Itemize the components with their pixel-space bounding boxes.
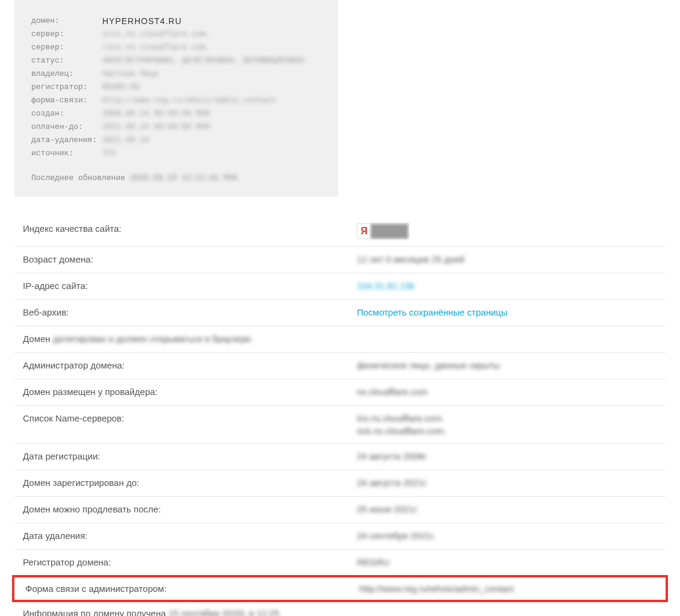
- whois-last-update: Последнее обновление 2020.09.15 12:21:01…: [31, 173, 321, 182]
- whois-row: сервер:rick.ns.cloudflare.com.: [31, 41, 321, 54]
- whois-value: rick.ns.cloudflare.com.: [102, 41, 210, 54]
- info-row: Регистратор домена:REGRU: [14, 550, 666, 576]
- info-value: REGRU: [357, 557, 389, 567]
- info-row: IP-адрес сайта:104.31.82.136: [14, 273, 666, 300]
- whois-label: форма-связи:: [31, 94, 102, 107]
- whois-block: домен:HYPERHOST4.RUсервер:iris.ns.cloudf…: [14, 0, 338, 197]
- whois-value: REGRU-RU: [102, 81, 140, 94]
- info-row: Индекс качества сайта:Я: [14, 216, 666, 247]
- info-row: Домен зарегистрирован до:24 августа 2021…: [14, 470, 666, 497]
- whois-value: 2021.09.24: [102, 134, 149, 147]
- whois-value: iris.ns.cloudflare.com.: [102, 28, 210, 41]
- info-row: Дата регистрации:24 августа 2008г.: [14, 444, 666, 470]
- info-label: Возраст домена:: [23, 254, 357, 264]
- whois-label: статус:: [31, 54, 102, 67]
- info-row: Домен можно продлевать после:25 июня 202…: [14, 497, 666, 523]
- whois-label: дата-удаления:: [31, 134, 102, 147]
- info-value: ns.cloudflare.com: [357, 387, 428, 397]
- info-row: Домен делегирован и должен открываться в…: [14, 326, 666, 353]
- whois-value: 2021.08.24 00:00:00 MSK: [102, 120, 210, 134]
- yandex-quality-badge: Я: [357, 223, 409, 239]
- whois-row: владелец:Частное Лицо: [31, 67, 321, 81]
- whois-label: сервер:: [31, 28, 102, 41]
- whois-footer-value: 2020.09.15 12:21:01 MSK: [130, 173, 238, 182]
- info-row: Форма связи с администратором:http://www…: [12, 575, 668, 602]
- info-value: 24 августа 2021г.: [357, 478, 428, 488]
- whois-row: создан:2008.08.24 00:00:00 MSK: [31, 107, 321, 120]
- info-label: IP-адрес сайта:: [23, 281, 357, 291]
- whois-label: регистратор:: [31, 81, 102, 94]
- whois-row: дата-удаления:2021.09.24: [31, 134, 321, 147]
- info-label: Список Name-серверов:: [23, 413, 357, 423]
- whois-label: оплачен-до:: [31, 120, 102, 134]
- info-label: Домен можно продлевать после:: [23, 504, 357, 514]
- info-label: Дата регистрации:: [23, 451, 357, 461]
- info-value: 25 июня 2021г.: [357, 504, 418, 514]
- info-value: 12 лет 0 месяцев 25 дней: [357, 254, 465, 264]
- info-value-link[interactable]: Посмотреть сохранённые страницы: [357, 307, 507, 317]
- info-value-line: rick.ns.cloudflare.com.: [357, 426, 447, 436]
- info-text-blurred: 15 сентября 2020г. в 12:25: [168, 608, 279, 616]
- info-row: Веб-архив:Посмотреть сохранённые страниц…: [14, 300, 666, 326]
- info-value: 24 сентября 2021г.: [357, 530, 435, 541]
- whois-value: TCI: [102, 147, 116, 160]
- info-label: Домен размещен у провайдера:: [23, 387, 357, 397]
- info-row: Информация по домену получена 15 сентябр…: [14, 601, 666, 616]
- info-value-link: 104.31.82.136: [357, 281, 415, 291]
- whois-value: 2008.08.24 00:00:00 MSK: [102, 107, 210, 120]
- info-full-row-text: Информация по домену получена 15 сентябр…: [23, 608, 279, 616]
- whois-row: домен:HYPERHOST4.RU: [31, 14, 321, 28]
- info-row: Список Name-серверов:iris.ns.cloudflare.…: [14, 406, 666, 444]
- info-text-blurred: делегирован и должен открываться в брауз…: [53, 334, 253, 344]
- info-row: Домен размещен у провайдера:ns.cloudflar…: [14, 379, 666, 406]
- whois-label: владелец:: [31, 67, 102, 81]
- whois-footer-prefix: Последнее обновление: [31, 173, 130, 182]
- info-label: Домен зарегистрирован до:: [23, 478, 357, 488]
- info-value: 24 августа 2008г.: [357, 451, 428, 461]
- info-text-prefix: Информация по домену получена: [23, 608, 168, 616]
- info-label: Индекс качества сайта:: [23, 223, 357, 234]
- whois-value: ЗАРЕГИСТРИРОВАН, ДЕЛЕГИРОВАН, ВЕРИФИЦИРО…: [102, 54, 304, 67]
- info-full-row-text: Домен делегирован и должен открываться в…: [23, 334, 253, 344]
- info-row: Возраст домена:12 лет 0 месяцев 25 дней: [14, 247, 666, 273]
- info-row: Администратор домена:физическое лицо, да…: [14, 353, 666, 379]
- whois-row: регистратор:REGRU-RU: [31, 81, 321, 94]
- whois-label: создан:: [31, 107, 102, 120]
- yandex-letter-icon: Я: [357, 224, 371, 238]
- info-label: Дата удаления:: [23, 530, 357, 541]
- info-value: Я: [357, 223, 409, 239]
- info-value: iris.ns.cloudflare.com.rick.ns.cloudflar…: [357, 413, 447, 436]
- yandex-bar: [371, 224, 408, 238]
- info-label: Администратор домена:: [23, 360, 357, 370]
- info-row: Дата удаления:24 сентября 2021г.: [14, 523, 666, 550]
- whois-value: HYPERHOST4.RU: [102, 14, 182, 28]
- domain-info-table: Индекс качества сайта:ЯВозраст домена:12…: [14, 216, 666, 616]
- whois-row: оплачен-до:2021.08.24 00:00:00 MSK: [31, 120, 321, 134]
- info-value: http://www.reg.ru/whois/admin_contact: [359, 583, 514, 594]
- whois-row: источник:TCI: [31, 147, 321, 160]
- info-label: Регистратор домена:: [23, 557, 357, 567]
- info-value: физическое лицо, данные скрыты: [357, 360, 499, 370]
- whois-value: Частное Лицо: [102, 67, 159, 81]
- info-label: Веб-архив:: [23, 307, 357, 317]
- info-label: Форма связи с администратором:: [25, 583, 359, 594]
- whois-label: домен:: [31, 14, 102, 28]
- info-value-line: iris.ns.cloudflare.com.: [357, 413, 447, 423]
- whois-value: http://www.reg.ru/whois/admin_contact: [102, 94, 276, 107]
- whois-row: форма-связи:http://www.reg.ru/whois/admi…: [31, 94, 321, 107]
- whois-label: источник:: [31, 147, 102, 160]
- whois-row: сервер:iris.ns.cloudflare.com.: [31, 28, 321, 41]
- whois-label: сервер:: [31, 41, 102, 54]
- info-text-prefix: Домен: [23, 334, 53, 344]
- whois-row: статус:ЗАРЕГИСТРИРОВАН, ДЕЛЕГИРОВАН, ВЕР…: [31, 54, 321, 67]
